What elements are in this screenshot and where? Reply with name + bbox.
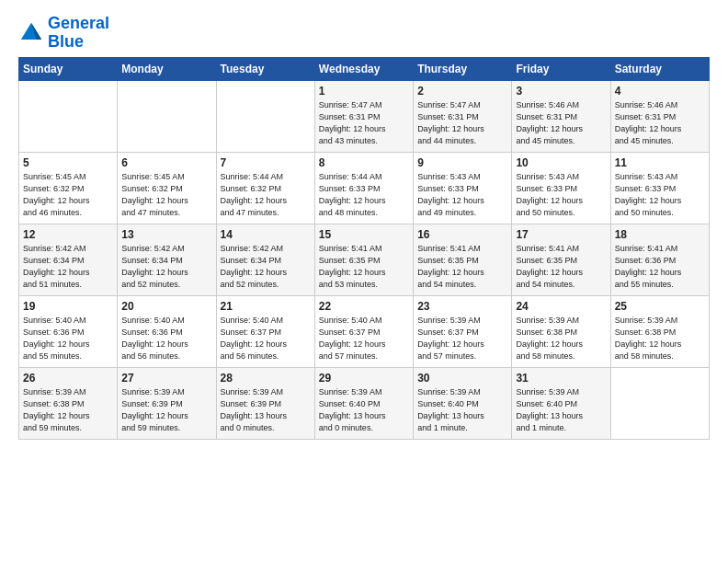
- day-number: 1: [319, 85, 409, 98]
- day-info: Sunrise: 5:39 AMSunset: 6:38 PMDaylight:…: [615, 315, 705, 362]
- day-info: Sunrise: 5:41 AMSunset: 6:36 PMDaylight:…: [615, 243, 705, 291]
- calendar-cell: 20Sunrise: 5:40 AMSunset: 6:36 PMDayligh…: [118, 295, 216, 367]
- day-number: 22: [319, 300, 409, 313]
- calendar-cell: 6Sunrise: 5:45 AMSunset: 6:32 PMDaylight…: [118, 152, 216, 224]
- calendar-cell: 16Sunrise: 5:41 AMSunset: 6:35 PMDayligh…: [414, 224, 512, 295]
- calendar-cell: 5Sunrise: 5:45 AMSunset: 6:32 PMDaylight…: [19, 152, 118, 224]
- calendar-cell: 4Sunrise: 5:46 AMSunset: 6:31 PMDaylight…: [610, 80, 709, 152]
- day-number: 8: [319, 156, 409, 169]
- day-info: Sunrise: 5:39 AMSunset: 6:40 PMDaylight:…: [516, 386, 606, 434]
- weekday-header-friday: Friday: [512, 57, 610, 80]
- day-info: Sunrise: 5:44 AMSunset: 6:32 PMDaylight:…: [221, 171, 311, 219]
- calendar-cell: 18Sunrise: 5:41 AMSunset: 6:36 PMDayligh…: [610, 224, 709, 295]
- day-number: 27: [121, 372, 211, 385]
- day-number: 19: [23, 300, 113, 313]
- day-info: Sunrise: 5:45 AMSunset: 6:32 PMDaylight:…: [121, 171, 211, 219]
- calendar-cell: 27Sunrise: 5:39 AMSunset: 6:39 PMDayligh…: [118, 367, 216, 439]
- calendar-cell: 25Sunrise: 5:39 AMSunset: 6:38 PMDayligh…: [610, 295, 709, 367]
- calendar-cell: [19, 80, 118, 152]
- day-info: Sunrise: 5:43 AMSunset: 6:33 PMDaylight:…: [417, 171, 507, 219]
- calendar-cell: [216, 80, 314, 152]
- day-number: 17: [516, 228, 606, 241]
- day-info: Sunrise: 5:40 AMSunset: 6:37 PMDaylight:…: [319, 315, 409, 362]
- calendar-cell: [610, 367, 709, 439]
- day-number: 2: [417, 85, 507, 98]
- weekday-header-tuesday: Tuesday: [216, 57, 314, 80]
- calendar-cell: 19Sunrise: 5:40 AMSunset: 6:36 PMDayligh…: [19, 295, 118, 367]
- calendar-cell: 30Sunrise: 5:39 AMSunset: 6:40 PMDayligh…: [414, 367, 512, 439]
- day-number: 14: [221, 228, 311, 241]
- day-info: Sunrise: 5:46 AMSunset: 6:31 PMDaylight:…: [615, 99, 705, 147]
- calendar-cell: 3Sunrise: 5:46 AMSunset: 6:31 PMDaylight…: [512, 80, 610, 152]
- day-number: 28: [221, 372, 311, 385]
- header: General Blue: [18, 15, 710, 52]
- day-number: 25: [615, 300, 705, 313]
- weekday-header-sunday: Sunday: [19, 57, 118, 80]
- calendar-cell: 10Sunrise: 5:43 AMSunset: 6:33 PMDayligh…: [512, 152, 610, 224]
- day-number: 16: [417, 228, 507, 241]
- day-info: Sunrise: 5:43 AMSunset: 6:33 PMDaylight:…: [516, 171, 606, 219]
- day-number: 24: [516, 300, 606, 313]
- day-info: Sunrise: 5:39 AMSunset: 6:40 PMDaylight:…: [417, 386, 507, 434]
- day-info: Sunrise: 5:41 AMSunset: 6:35 PMDaylight:…: [319, 243, 409, 291]
- calendar-cell: 8Sunrise: 5:44 AMSunset: 6:33 PMDaylight…: [314, 152, 413, 224]
- calendar-cell: 22Sunrise: 5:40 AMSunset: 6:37 PMDayligh…: [314, 295, 413, 367]
- weekday-header-monday: Monday: [118, 57, 216, 80]
- calendar-cell: 26Sunrise: 5:39 AMSunset: 6:38 PMDayligh…: [19, 367, 118, 439]
- calendar-cell: 14Sunrise: 5:42 AMSunset: 6:34 PMDayligh…: [216, 224, 314, 295]
- calendar-cell: 29Sunrise: 5:39 AMSunset: 6:40 PMDayligh…: [314, 367, 413, 439]
- calendar-cell: 13Sunrise: 5:42 AMSunset: 6:34 PMDayligh…: [118, 224, 216, 295]
- day-info: Sunrise: 5:44 AMSunset: 6:33 PMDaylight:…: [319, 171, 409, 219]
- weekday-header-thursday: Thursday: [414, 57, 512, 80]
- day-info: Sunrise: 5:39 AMSunset: 6:39 PMDaylight:…: [121, 386, 211, 434]
- day-number: 13: [121, 228, 211, 241]
- day-info: Sunrise: 5:41 AMSunset: 6:35 PMDaylight:…: [417, 243, 507, 291]
- week-row-2: 5Sunrise: 5:45 AMSunset: 6:32 PMDaylight…: [19, 152, 710, 224]
- day-info: Sunrise: 5:42 AMSunset: 6:34 PMDaylight:…: [121, 243, 211, 291]
- day-info: Sunrise: 5:40 AMSunset: 6:36 PMDaylight:…: [121, 315, 211, 362]
- day-number: 15: [319, 228, 409, 241]
- calendar-cell: [118, 80, 216, 152]
- calendar-cell: 2Sunrise: 5:47 AMSunset: 6:31 PMDaylight…: [414, 80, 512, 152]
- calendar-cell: 23Sunrise: 5:39 AMSunset: 6:37 PMDayligh…: [414, 295, 512, 367]
- day-info: Sunrise: 5:42 AMSunset: 6:34 PMDaylight:…: [23, 243, 113, 291]
- day-number: 3: [516, 85, 606, 98]
- weekday-header-row: SundayMondayTuesdayWednesdayThursdayFrid…: [19, 57, 710, 80]
- weekday-header-saturday: Saturday: [610, 57, 709, 80]
- day-number: 12: [23, 228, 113, 241]
- calendar-cell: 12Sunrise: 5:42 AMSunset: 6:34 PMDayligh…: [19, 224, 118, 295]
- weekday-header-wednesday: Wednesday: [314, 57, 413, 80]
- day-number: 21: [221, 300, 311, 313]
- calendar-cell: 11Sunrise: 5:43 AMSunset: 6:33 PMDayligh…: [610, 152, 709, 224]
- page-container: General Blue SundayMondayTuesdayWednesda…: [0, 0, 728, 449]
- week-row-1: 1Sunrise: 5:47 AMSunset: 6:31 PMDaylight…: [19, 80, 710, 152]
- calendar-cell: 24Sunrise: 5:39 AMSunset: 6:38 PMDayligh…: [512, 295, 610, 367]
- day-number: 26: [23, 372, 113, 385]
- day-info: Sunrise: 5:40 AMSunset: 6:37 PMDaylight:…: [221, 315, 311, 362]
- day-info: Sunrise: 5:39 AMSunset: 6:39 PMDaylight:…: [221, 386, 311, 434]
- day-number: 18: [615, 228, 705, 241]
- day-number: 30: [417, 372, 507, 385]
- logo: General Blue: [18, 15, 109, 52]
- day-number: 9: [417, 156, 507, 169]
- day-info: Sunrise: 5:39 AMSunset: 6:38 PMDaylight:…: [516, 315, 606, 362]
- day-number: 10: [516, 156, 606, 169]
- logo-icon: [18, 20, 44, 46]
- day-info: Sunrise: 5:39 AMSunset: 6:38 PMDaylight:…: [23, 386, 113, 434]
- calendar-cell: 31Sunrise: 5:39 AMSunset: 6:40 PMDayligh…: [512, 367, 610, 439]
- day-number: 5: [23, 156, 113, 169]
- calendar-cell: 15Sunrise: 5:41 AMSunset: 6:35 PMDayligh…: [314, 224, 413, 295]
- calendar-cell: 17Sunrise: 5:41 AMSunset: 6:35 PMDayligh…: [512, 224, 610, 295]
- day-info: Sunrise: 5:43 AMSunset: 6:33 PMDaylight:…: [615, 171, 705, 219]
- day-info: Sunrise: 5:39 AMSunset: 6:37 PMDaylight:…: [417, 315, 507, 362]
- day-info: Sunrise: 5:39 AMSunset: 6:40 PMDaylight:…: [319, 386, 409, 434]
- day-info: Sunrise: 5:40 AMSunset: 6:36 PMDaylight:…: [23, 315, 113, 362]
- day-number: 6: [121, 156, 211, 169]
- day-info: Sunrise: 5:47 AMSunset: 6:31 PMDaylight:…: [417, 99, 507, 147]
- day-number: 4: [615, 85, 705, 98]
- calendar-cell: 28Sunrise: 5:39 AMSunset: 6:39 PMDayligh…: [216, 367, 314, 439]
- calendar-cell: 9Sunrise: 5:43 AMSunset: 6:33 PMDaylight…: [414, 152, 512, 224]
- day-info: Sunrise: 5:41 AMSunset: 6:35 PMDaylight:…: [516, 243, 606, 291]
- logo-text: General Blue: [48, 15, 109, 52]
- day-info: Sunrise: 5:45 AMSunset: 6:32 PMDaylight:…: [23, 171, 113, 219]
